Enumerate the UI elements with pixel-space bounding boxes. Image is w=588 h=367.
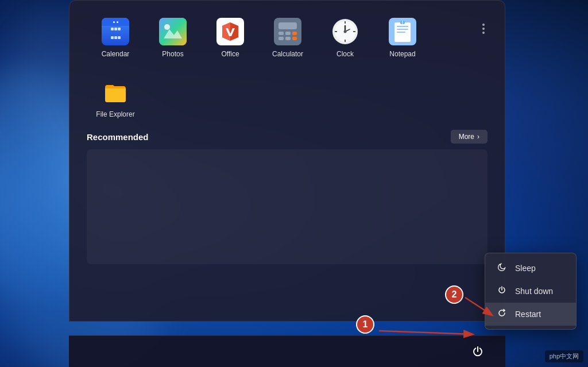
more-chevron-icon: › xyxy=(477,133,479,141)
svg-rect-26 xyxy=(397,32,405,33)
svg-rect-11 xyxy=(292,37,297,40)
dot xyxy=(482,28,485,30)
app-calculator[interactable]: Calculator xyxy=(259,12,316,64)
annotation-marker-2: 2 xyxy=(445,285,463,304)
clock-icon xyxy=(331,18,359,45)
annotation-2-label: 2 xyxy=(452,289,457,300)
watermark: php中文网 xyxy=(545,350,583,362)
more-button[interactable]: More › xyxy=(451,130,488,144)
restart-icon xyxy=(497,308,507,320)
recommended-content-area xyxy=(87,149,488,264)
svg-rect-9 xyxy=(278,37,284,40)
svg-rect-25 xyxy=(397,29,408,30)
office-label: Office xyxy=(221,50,239,58)
calculator-label: Calculator xyxy=(272,50,303,58)
dot xyxy=(482,24,485,26)
app-photos[interactable]: Photos xyxy=(144,12,202,64)
notepad-label: Notepad xyxy=(389,50,415,58)
calendar-label: Calendar xyxy=(102,50,130,58)
shutdown-icon xyxy=(497,285,507,297)
shutdown-label: Shut down xyxy=(515,287,553,296)
start-menu-bottom xyxy=(69,335,505,367)
app-office[interactable]: Office xyxy=(202,12,259,64)
power-menu-shutdown[interactable]: Shut down xyxy=(485,280,576,303)
power-menu-sleep[interactable]: Sleep xyxy=(485,257,576,280)
file-explorer-label: File Explorer xyxy=(96,110,134,118)
sleep-icon xyxy=(497,262,507,274)
power-menu-restart[interactable]: Restart xyxy=(485,303,576,326)
app-notepad[interactable]: Notepad xyxy=(374,12,431,64)
annotation-marker-1: 1 xyxy=(356,315,374,334)
svg-rect-8 xyxy=(292,32,297,35)
app-file-explorer[interactable]: File Explorer xyxy=(87,72,144,124)
restart-label: Restart xyxy=(515,310,541,319)
svg-rect-24 xyxy=(397,26,408,27)
sleep-label: Sleep xyxy=(515,264,536,273)
app-clock[interactable]: Clock xyxy=(316,12,374,64)
svg-rect-10 xyxy=(285,37,291,40)
more-apps-button[interactable] xyxy=(479,21,488,37)
svg-rect-0 xyxy=(159,18,187,45)
svg-point-2 xyxy=(164,24,170,30)
calendar-icon xyxy=(102,18,129,45)
recommended-section: Recommended More › xyxy=(69,124,505,264)
notepad-icon xyxy=(389,18,416,45)
clock-label: Clock xyxy=(336,50,354,58)
recommended-title: Recommended xyxy=(87,132,149,142)
start-menu: Calendar xyxy=(69,0,505,322)
svg-point-21 xyxy=(344,30,347,33)
power-icon xyxy=(472,346,483,357)
pinned-apps-row1: Calendar xyxy=(69,1,505,69)
file-explorer-icon xyxy=(102,78,129,106)
pinned-apps-row2: File Explorer xyxy=(69,69,505,124)
photos-label: Photos xyxy=(162,50,183,58)
svg-rect-7 xyxy=(285,32,291,35)
annotation-1-label: 1 xyxy=(363,319,368,330)
office-icon xyxy=(216,18,244,45)
power-context-menu: Sleep Shut down Restart xyxy=(485,253,577,330)
svg-rect-6 xyxy=(278,32,284,35)
calculator-icon xyxy=(274,18,301,45)
dot xyxy=(482,32,485,34)
power-button[interactable] xyxy=(467,341,488,362)
apps-grid-row1: Calendar xyxy=(87,12,488,64)
svg-rect-5 xyxy=(278,22,297,29)
more-label: More xyxy=(459,133,474,141)
recommended-header: Recommended More › xyxy=(87,130,488,144)
photos-icon xyxy=(159,18,187,45)
app-calendar[interactable]: Calendar xyxy=(87,12,144,64)
